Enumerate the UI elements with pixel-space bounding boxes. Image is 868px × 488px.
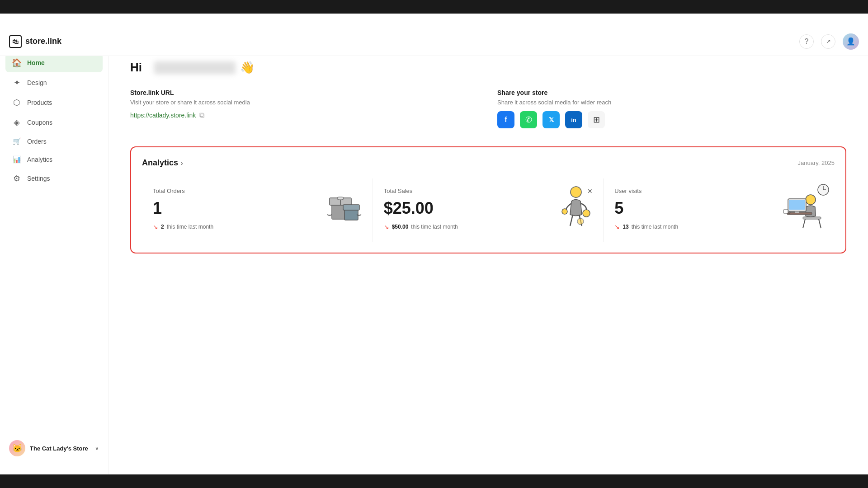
stat-total-orders: Total Orders 1 ↘ 2 this time last month [142, 178, 373, 242]
stat-visits-comparison-amount: 13 [623, 224, 628, 230]
copy-icon[interactable]: ⧉ [199, 111, 204, 119]
store-avatar: 🐱 [9, 440, 25, 456]
whatsapp-icon: ✆ [525, 115, 532, 125]
svg-text:✕: ✕ [587, 188, 593, 195]
sidebar-item-analytics[interactable]: 📊 Analytics [5, 151, 103, 168]
sidebar-label-settings: Settings [27, 175, 50, 182]
stat-user-visits: User visits 5 ↘ 13 this time last month [604, 178, 835, 242]
top-bar [0, 0, 868, 14]
svg-rect-5 [343, 205, 359, 210]
visits-down-arrow-icon: ↘ [614, 223, 620, 230]
svg-point-10 [562, 209, 567, 214]
stat-orders-comparison-text: this time last month [167, 224, 213, 230]
svg-line-14 [803, 219, 805, 228]
whatsapp-share-button[interactable]: ✆ [520, 111, 537, 128]
linkedin-share-button[interactable]: in [565, 111, 582, 128]
sidebar-label-orders: Orders [27, 138, 47, 145]
sidebar-item-design[interactable]: ✦ Design [5, 73, 103, 92]
analytics-chevron-icon: › [181, 160, 183, 167]
share-description: Share it across social media for wider r… [497, 99, 846, 106]
greeting-text: Hi 👋 [130, 61, 846, 75]
wave-emoji: 👋 [240, 61, 255, 75]
store-url-title: Store.link URL [130, 89, 479, 96]
help-icon: ? [805, 38, 809, 46]
sidebar-footer: 🐱 The Cat Lady's Store ∨ [0, 429, 108, 467]
help-button[interactable]: ? [799, 34, 814, 49]
sidebar-nav: 🏠 Home ✦ Design ⬡ Products ◈ Coupons 🛒 [0, 50, 108, 429]
sidebar-label-products: Products [27, 99, 52, 106]
analytics-header: Analytics › January, 2025 [142, 158, 835, 168]
analytics-stats: Total Orders 1 ↘ 2 this time last month [142, 178, 835, 242]
orders-down-arrow-icon: ↘ [153, 223, 158, 230]
logo-icon: 🛍 [9, 35, 22, 48]
sidebar: 🏠 Home ✦ Design ⬡ Products ◈ Coupons 🛒 [0, 42, 108, 474]
chevron-down-icon: ∨ [95, 445, 99, 451]
sidebar-label-analytics: Analytics [27, 156, 52, 163]
logo-text: store.link [25, 37, 61, 46]
sidebar-item-products[interactable]: ⬡ Products [5, 93, 103, 112]
twitter-icon: 𝕏 [549, 116, 554, 123]
sidebar-item-home[interactable]: 🏠 Home [5, 53, 103, 72]
stat-orders-comparison-amount: 2 [161, 224, 164, 230]
facebook-icon: f [505, 116, 507, 124]
analytics-date: January, 2025 [798, 160, 835, 166]
svg-rect-3 [337, 197, 344, 200]
user-name-blurred [154, 61, 236, 74]
svg-point-11 [577, 218, 584, 225]
external-link-button[interactable]: ↗ [821, 34, 835, 49]
store-name: The Cat Lady's Store [30, 445, 90, 452]
stat-sales-comparison-amount: $50.00 [392, 224, 409, 230]
logo[interactable]: 🛍 store.link [9, 35, 61, 48]
orders-illustration [318, 181, 368, 232]
svg-point-16 [806, 195, 816, 205]
svg-rect-20 [795, 211, 799, 213]
design-icon: ✦ [12, 78, 22, 88]
sidebar-label-home: Home [27, 59, 45, 66]
svg-line-7 [570, 215, 573, 226]
sidebar-label-coupons: Coupons [27, 119, 52, 126]
store-emoji: 🐱 [12, 443, 22, 453]
main-content: Hi 👋 Store.link URL Visit your store or … [108, 42, 868, 474]
facebook-share-button[interactable]: f [497, 111, 514, 128]
sales-down-arrow-icon: ↘ [384, 223, 389, 230]
analytics-card: Analytics › January, 2025 Total Orders 1… [130, 146, 846, 253]
sidebar-item-orders[interactable]: 🛒 Orders [5, 133, 103, 150]
analytics-icon: 📊 [12, 155, 22, 164]
svg-rect-24 [783, 210, 788, 213]
qr-icon: ⊞ [593, 115, 600, 125]
settings-icon: ⚙ [12, 174, 22, 183]
coupons-icon: ◈ [12, 117, 22, 127]
orders-icon: 🛒 [12, 137, 22, 145]
app-header: 🛍 store.link ? ↗ 👤 [0, 27, 868, 56]
linkedin-icon: in [571, 117, 576, 123]
header-actions: ? ↗ 👤 [799, 33, 859, 50]
user-avatar[interactable]: 👤 [843, 33, 859, 50]
svg-line-15 [819, 219, 821, 228]
qr-share-button[interactable]: ⊞ [588, 111, 605, 128]
svg-point-6 [571, 187, 581, 197]
svg-rect-19 [789, 200, 805, 210]
svg-rect-13 [803, 217, 821, 219]
store-switcher[interactable]: 🐱 The Cat Lady's Store ∨ [5, 436, 103, 460]
home-icon: 🏠 [12, 58, 22, 68]
external-link-icon: ↗ [826, 38, 831, 45]
svg-point-9 [583, 210, 590, 217]
share-section: Share your store Share it across social … [497, 89, 846, 128]
stat-sales-comparison-text: this time last month [411, 224, 458, 230]
sales-illustration: ✕ [547, 181, 601, 235]
products-icon: ⬡ [12, 98, 22, 108]
svg-rect-17 [787, 212, 812, 215]
analytics-title[interactable]: Analytics › [142, 158, 183, 168]
twitter-share-button[interactable]: 𝕏 [542, 111, 560, 128]
avatar-placeholder: 👤 [846, 37, 855, 46]
stat-visits-comparison-text: this time last month [632, 224, 678, 230]
store-url-section: Store.link URL Visit your store or share… [130, 89, 479, 128]
store-url-link[interactable]: https://catlady.store.link [130, 112, 196, 119]
sidebar-label-design: Design [27, 79, 47, 86]
sidebar-item-settings[interactable]: ⚙ Settings [5, 169, 103, 188]
store-url-description: Visit your store or share it across soci… [130, 99, 479, 106]
sidebar-item-coupons[interactable]: ◈ Coupons [5, 113, 103, 132]
social-icons: f ✆ 𝕏 in ⊞ [497, 111, 846, 128]
info-grid: Store.link URL Visit your store or share… [130, 89, 846, 128]
share-title: Share your store [497, 89, 846, 96]
